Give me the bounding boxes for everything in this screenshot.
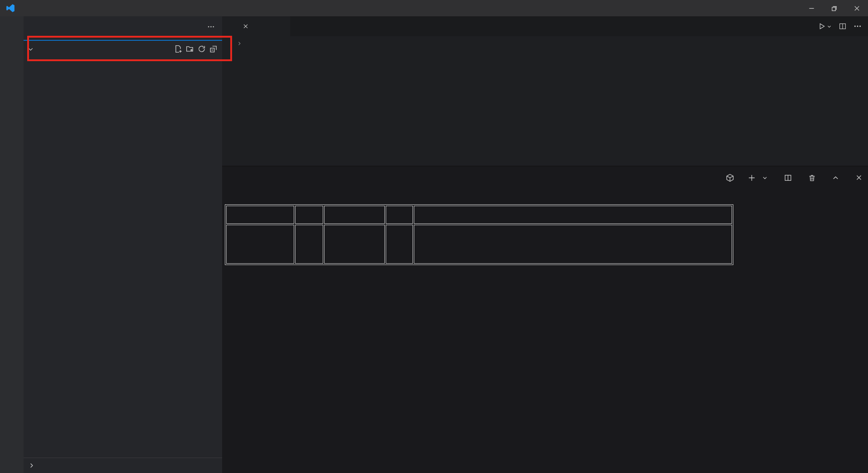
split-terminal-icon[interactable]	[784, 174, 792, 182]
col-header	[386, 206, 413, 224]
close-panel-icon[interactable]	[855, 174, 863, 181]
col-header	[226, 206, 294, 224]
tab-train-py[interactable]	[222, 16, 290, 36]
chevron-right-icon	[28, 462, 35, 469]
explorer-sidebar	[24, 16, 222, 473]
section-actions	[174, 45, 218, 53]
refresh-icon[interactable]	[198, 45, 206, 53]
new-terminal-icon[interactable]	[748, 174, 756, 182]
col-header	[295, 206, 323, 224]
col-header	[324, 206, 385, 224]
chevron-down-icon	[27, 46, 34, 53]
minimap[interactable]	[809, 51, 858, 166]
close-tab-icon[interactable]	[242, 23, 249, 29]
titlebar	[0, 0, 868, 16]
run-python-file-button[interactable]	[818, 22, 832, 30]
table-row	[226, 225, 732, 264]
split-editor-icon[interactable]	[839, 22, 847, 30]
project-section-header[interactable]	[24, 40, 222, 58]
new-file-icon[interactable]	[174, 45, 182, 53]
tab-bar	[222, 16, 868, 36]
collapse-folders-icon[interactable]	[209, 45, 218, 53]
vscode-window	[0, 0, 868, 473]
panel	[222, 166, 868, 473]
panel-header	[222, 166, 868, 189]
sidebar-title-row	[24, 16, 222, 36]
table-header-row	[226, 206, 732, 224]
kill-terminal-icon[interactable]	[808, 174, 816, 182]
code-editor[interactable]	[222, 51, 809, 166]
breadcrumb-separator-icon	[237, 41, 242, 46]
window-controls	[800, 0, 868, 16]
bash-terminal-icon	[726, 174, 734, 182]
editor-area	[222, 16, 868, 473]
maximize-panel-icon[interactable]	[832, 174, 839, 181]
breadcrumb[interactable]	[222, 36, 868, 51]
activity-bar	[0, 16, 24, 473]
vscode-logo-icon	[5, 3, 15, 13]
col-header	[414, 206, 732, 224]
outline-section[interactable]	[24, 458, 222, 473]
close-window-button[interactable]	[845, 0, 868, 16]
autodl-directory-table	[225, 204, 733, 265]
restore-button[interactable]	[823, 0, 845, 16]
editor-actions	[818, 16, 868, 36]
more-actions-icon[interactable]	[207, 23, 215, 30]
overview-ruler[interactable]	[858, 51, 868, 166]
more-actions-icon[interactable]	[853, 22, 862, 30]
minimize-button[interactable]	[800, 0, 823, 16]
terminal[interactable]	[222, 189, 868, 473]
terminal-dropdown-icon[interactable]	[762, 175, 768, 181]
new-folder-icon[interactable]	[186, 45, 194, 53]
panel-actions	[726, 174, 863, 182]
